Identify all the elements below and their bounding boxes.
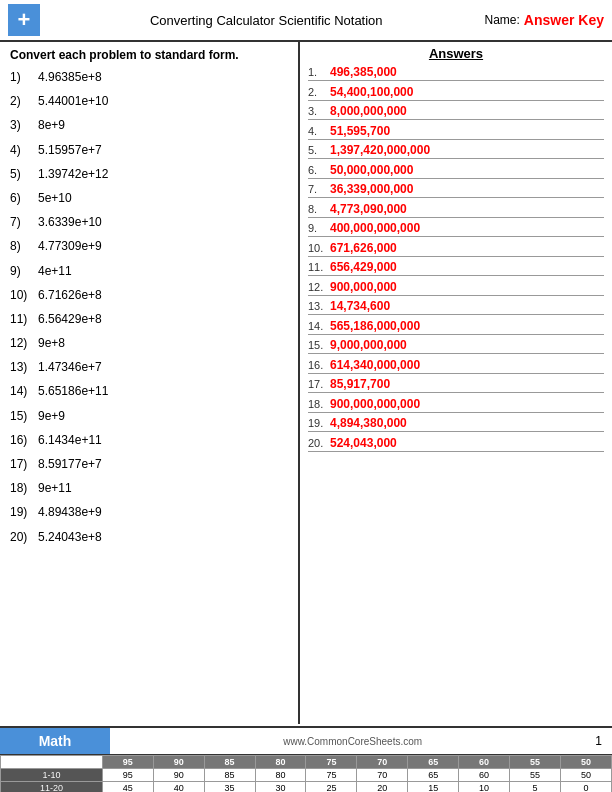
problem-number: 2) [10, 92, 38, 111]
answer-value: 614,340,000,000 [330, 358, 420, 372]
answer-item: 7.36,339,000,000 [308, 182, 604, 198]
problem-value: 5e+10 [38, 189, 72, 208]
footer-scoring: 959085807570656055501-109590858075706560… [0, 754, 612, 792]
problem-value: 9e+9 [38, 407, 65, 426]
answer-value: 51,595,700 [330, 124, 390, 138]
answer-number: 3. [308, 105, 330, 117]
problem-value: 4.89438e+9 [38, 503, 102, 522]
answer-number: 11. [308, 261, 330, 273]
header: + Converting Calculator Scientific Notat… [0, 0, 612, 42]
answer-item: 2.54,400,100,000 [308, 85, 604, 101]
problem-value: 5.44001e+10 [38, 92, 108, 111]
problem-number: 9) [10, 262, 38, 281]
problem-value: 4.96385e+8 [38, 68, 102, 87]
problem-item: 18)9e+11 [10, 479, 288, 498]
answer-item: 9.400,000,000,000 [308, 221, 604, 237]
right-panel: Answers 1.496,385,0002.54,400,100,0003.8… [300, 42, 612, 724]
answer-value: 900,000,000,000 [330, 397, 420, 411]
problem-number: 19) [10, 503, 38, 522]
answer-value: 36,339,000,000 [330, 182, 413, 196]
problem-value: 5.15957e+7 [38, 141, 102, 160]
answer-item: 12.900,000,000 [308, 280, 604, 296]
answer-value: 900,000,000 [330, 280, 397, 294]
answer-value: 1,397,420,000,000 [330, 143, 430, 157]
problem-item: 16)6.1434e+11 [10, 431, 288, 450]
problem-number: 10) [10, 286, 38, 305]
answer-item: 15.9,000,000,000 [308, 338, 604, 354]
problem-number: 16) [10, 431, 38, 450]
answer-item: 8.4,773,090,000 [308, 202, 604, 218]
answer-number: 15. [308, 339, 330, 351]
logo-plus-icon: + [18, 9, 31, 31]
problem-value: 6.1434e+11 [38, 431, 102, 450]
answer-value: 9,000,000,000 [330, 338, 407, 352]
answer-value: 54,400,100,000 [330, 85, 413, 99]
answer-value: 14,734,600 [330, 299, 390, 313]
answers-list: 1.496,385,0002.54,400,100,0003.8,000,000… [308, 65, 604, 452]
footer-url: www.CommonCoreSheets.com [110, 736, 595, 747]
header-title: Converting Calculator Scientific Notatio… [48, 13, 485, 28]
answer-item: 4.51,595,700 [308, 124, 604, 140]
answer-number: 19. [308, 417, 330, 429]
problem-number: 15) [10, 407, 38, 426]
problem-value: 6.56429e+8 [38, 310, 102, 329]
answer-value: 400,000,000,000 [330, 221, 420, 235]
problem-item: 4)5.15957e+7 [10, 141, 288, 160]
answer-number: 7. [308, 183, 330, 195]
problem-number: 8) [10, 237, 38, 256]
answer-value: 671,626,000 [330, 241, 397, 255]
problem-number: 4) [10, 141, 38, 160]
problem-item: 19)4.89438e+9 [10, 503, 288, 522]
problem-value: 1.47346e+7 [38, 358, 102, 377]
answer-value: 8,000,000,000 [330, 104, 407, 118]
problem-item: 10)6.71626e+8 [10, 286, 288, 305]
answer-item: 19.4,894,380,000 [308, 416, 604, 432]
answer-item: 11.656,429,000 [308, 260, 604, 276]
problem-list: 1)4.96385e+82)5.44001e+103)8e+94)5.15957… [10, 68, 288, 547]
answer-item: 18.900,000,000,000 [308, 397, 604, 413]
problem-value: 9e+11 [38, 479, 72, 498]
problem-number: 14) [10, 382, 38, 401]
problem-number: 3) [10, 116, 38, 135]
problem-item: 8)4.77309e+9 [10, 237, 288, 256]
problem-item: 6)5e+10 [10, 189, 288, 208]
problem-item: 20)5.24043e+8 [10, 528, 288, 547]
problem-item: 12)9e+8 [10, 334, 288, 353]
logo: + [8, 4, 40, 36]
footer-top: Math www.CommonCoreSheets.com 1 [0, 726, 612, 754]
problem-item: 17)8.59177e+7 [10, 455, 288, 474]
problem-number: 12) [10, 334, 38, 353]
problem-number: 1) [10, 68, 38, 87]
answer-number: 14. [308, 320, 330, 332]
answer-number: 18. [308, 398, 330, 410]
answer-item: 10.671,626,000 [308, 241, 604, 257]
answer-value: 85,917,700 [330, 377, 390, 391]
answer-value: 565,186,000,000 [330, 319, 420, 333]
problem-value: 5.24043e+8 [38, 528, 102, 547]
answer-key-label: Answer Key [524, 12, 604, 28]
answer-item: 17.85,917,700 [308, 377, 604, 393]
footer: Math www.CommonCoreSheets.com 1 95908580… [0, 726, 612, 792]
name-label: Name: [485, 13, 520, 27]
answer-number: 20. [308, 437, 330, 449]
answer-number: 1. [308, 66, 330, 78]
scoring-table: 959085807570656055501-109590858075706560… [0, 755, 612, 792]
math-button[interactable]: Math [0, 728, 110, 754]
problem-item: 2)5.44001e+10 [10, 92, 288, 111]
answer-number: 6. [308, 164, 330, 176]
answer-item: 6.50,000,000,000 [308, 163, 604, 179]
problem-item: 13)1.47346e+7 [10, 358, 288, 377]
answer-item: 3.8,000,000,000 [308, 104, 604, 120]
answer-number: 10. [308, 242, 330, 254]
answer-number: 4. [308, 125, 330, 137]
problem-value: 1.39742e+12 [38, 165, 108, 184]
answer-number: 9. [308, 222, 330, 234]
answer-number: 8. [308, 203, 330, 215]
problem-item: 15)9e+9 [10, 407, 288, 426]
answer-number: 5. [308, 144, 330, 156]
problem-value: 8e+9 [38, 116, 65, 135]
problem-item: 3)8e+9 [10, 116, 288, 135]
problem-number: 7) [10, 213, 38, 232]
problem-item: 14)5.65186e+11 [10, 382, 288, 401]
main-content: Convert each problem to standard form. 1… [0, 42, 612, 724]
